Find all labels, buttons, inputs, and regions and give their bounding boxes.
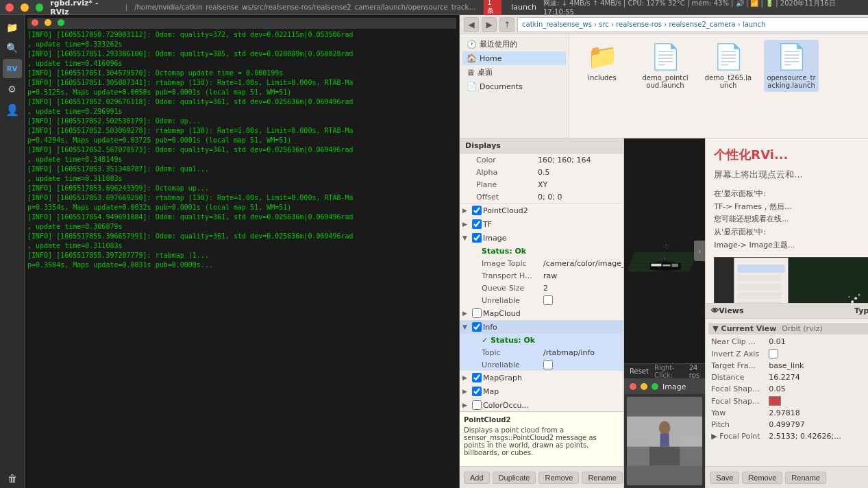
display-item-tf[interactable]: ▶ TF [460,217,623,231]
sidebar-icon-rviz[interactable]: RV [3,59,22,78]
fb-back-btn[interactable]: ◀ [464,17,479,32]
win-min[interactable] [21,3,29,12]
sidebar-icon-settings[interactable]: ⚙ [3,80,22,99]
sidebar-icon-trash[interactable]: 🗑 [3,469,22,488]
check-mapcloud[interactable] [472,308,482,318]
image-win-min[interactable] [641,383,647,390]
fb-desktop[interactable]: 🖥 桌面 [462,65,566,80]
yaw-label: Yaw [711,408,766,417]
check-mapgraph[interactable] [472,373,482,382]
prop-offset-value[interactable]: 0; 0; 0 [538,193,621,202]
add-button[interactable]: Add [464,472,490,484]
display-item-coloroccu[interactable]: ▶ ColorOccu... [460,398,623,411]
nearclip-value[interactable]: 0.01 [769,337,868,346]
prop-image-topic[interactable]: Image Topic /camera/color/image_raw [460,257,623,269]
views-type-label: Type: [854,306,868,315]
win-max[interactable] [36,3,44,12]
prop-plane-value[interactable]: XY [538,180,621,189]
expand-info[interactable]: ▼ [462,324,471,330]
display-item-map1[interactable]: ▶ Map [460,385,623,398]
check-image[interactable] [472,233,482,243]
file-item-opensource[interactable]: 📄 opensource_tracking.launch [764,40,819,92]
transport-value[interactable]: raw [543,271,621,280]
prop-alpha-label: Alpha [476,168,538,177]
fb-up-btn[interactable]: ↑ [499,17,514,32]
terminal-line: , update time=0.306879s [27,222,456,232]
expand-coloroccu[interactable]: ▶ [462,402,471,408]
svg-point-25 [668,237,669,238]
image-win-close[interactable] [630,383,636,390]
svg-point-31 [670,242,671,243]
display-item-mapcloud[interactable]: ▶ MapCloud [460,306,623,320]
fb-home[interactable]: 🏠 Home [462,51,566,65]
check-coloroccu[interactable] [472,400,482,410]
color-swatch[interactable] [769,396,781,406]
win-close[interactable] [5,3,14,12]
prop-info-topic[interactable]: Topic /rtabmap/info [460,346,623,358]
views-rename-btn[interactable]: Rename [785,472,826,484]
expand-mapcloud[interactable]: ▶ [462,310,471,317]
check-tf[interactable] [472,219,482,229]
display-item-mapgraph[interactable]: ▶ MapGraph [460,371,623,385]
fb-fwd-btn[interactable]: ▶ [482,17,497,32]
prop-color-value[interactable]: 160; 160; 164 [538,156,621,164]
expand-tf[interactable]: ▶ [462,221,471,228]
file-label-opensource: opensource_tracking.launch [767,74,816,89]
bottom-section: Displays Color 160; 160; 164 Alpha 0.5 [460,138,868,488]
remove-button[interactable]: Remove [538,472,579,484]
display-item-pointcloud2[interactable]: ▶ PointCloud2 [460,204,623,217]
expand-mapgraph[interactable]: ▶ [462,374,471,381]
fb-recent[interactable]: 🕐 最近使用的 [462,37,566,51]
focalshape1-value[interactable]: 0.05 [769,385,868,393]
expand-current-view[interactable]: ▼ [712,324,721,333]
sidebar-icon-files[interactable]: 📁 [3,18,22,37]
views-save-btn[interactable]: Save [710,472,739,484]
focalpoint-value[interactable]: 2.5133; 0.42626;... [769,432,868,441]
nearclip-label: Near Clip ... [711,337,766,346]
terminal-min[interactable] [45,19,51,26]
check-map1[interactable] [472,387,482,396]
image-topic-value[interactable]: /camera/color/image_raw [543,259,623,268]
distance-value[interactable]: 16.2274 [769,373,868,382]
check-pointcloud2[interactable] [472,206,482,215]
prop-offset: Offset 0; 0; 0 [460,191,623,203]
duplicate-button[interactable]: Duplicate [493,472,536,484]
file-item-demo-pointcloud[interactable]: 📄 demo_pointcloud.launch [638,40,693,92]
sidebar-icon-person[interactable]: 👤 [3,100,22,119]
info-topic-value[interactable]: /rtabmap/info [543,348,621,357]
file-item-includes[interactable]: 📁 includes [575,40,630,84]
terminal-line: , update time=0.416096s [27,59,456,69]
target-value[interactable]: base_link [769,361,868,370]
sidebar-icon-search[interactable]: 🔍 [3,38,22,58]
expand-pointcloud2[interactable]: ▶ [462,207,471,214]
terminal-line: [INFO] [1605517850.729803112]: Odom: qua… [27,30,456,40]
views-remove-btn[interactable]: Remove [742,472,782,484]
expand-map1[interactable]: ▶ [462,388,471,395]
check-invertz[interactable] [769,349,778,358]
check-unreliable-info[interactable] [543,360,553,369]
pitch-value[interactable]: 0.499797 [769,420,868,429]
terminal-close[interactable] [32,19,38,26]
expand-image[interactable]: ▼ [462,234,471,241]
fb-documents[interactable]: 📄 Documents [462,80,566,93]
file-item-demo-t265[interactable]: 📄 demo_t265.launch [701,40,756,92]
scroll-handle[interactable]: › [694,241,705,261]
displays-content[interactable]: Color 160; 160; 164 Alpha 0.5 Plane XY [460,154,623,411]
display-item-info[interactable]: ▼ Info [460,320,623,334]
prop-alpha-value[interactable]: 0.5 [538,168,621,177]
terminal-line: , update time=0.296991s [27,107,456,117]
check-unreliable[interactable] [543,295,553,305]
yaw-value[interactable]: 2.97818 [769,408,868,417]
rename-button[interactable]: Rename [582,472,623,484]
image-win-max[interactable] [652,383,658,390]
displays-title: Displays [460,138,623,154]
terminal-line: [INFO] [1605517853.697669250]: rtabmap (… [27,193,456,203]
terminal-max[interactable] [58,19,64,26]
display-item-image[interactable]: ▼ Image [460,231,623,245]
3d-viewport[interactable]: › [624,138,705,363]
check-info[interactable] [472,322,482,332]
file-path-bar[interactable]: catkin_realsense_ws › src › realsense-ro… [517,17,868,32]
queue-value[interactable]: 2 [543,284,621,293]
reset-btn-label[interactable]: Reset [630,367,649,375]
terminal-panel[interactable]: [INFO] [1605517850.729803112]: Odom: qua… [25,15,460,488]
